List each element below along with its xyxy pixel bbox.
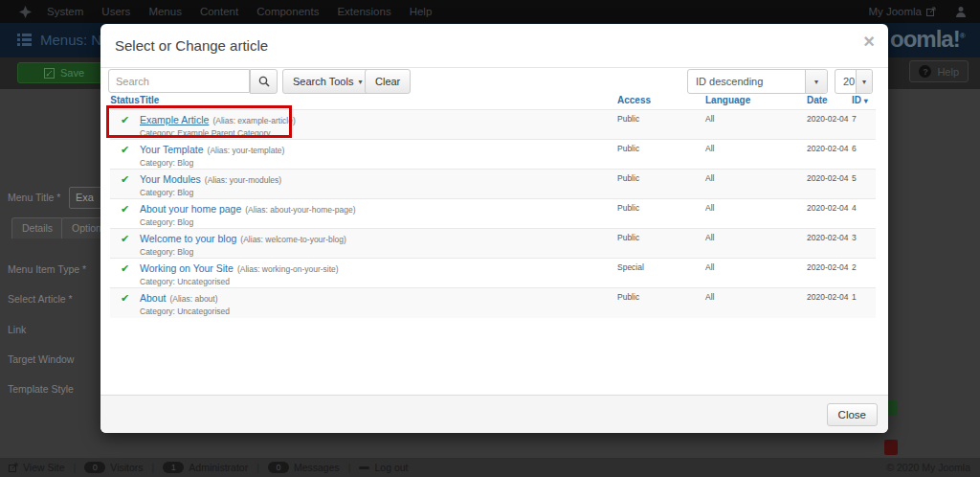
article-title-link[interactable]: About your home page [140, 203, 241, 215]
article-category: Category: Example Parent Category [140, 128, 617, 138]
messages-status[interactable]: 0 Messages [259, 462, 348, 473]
article-access: Public [617, 170, 705, 199]
help-button[interactable]: ? Help [909, 60, 969, 82]
list-limit-select[interactable]: 20 ▾ [835, 69, 873, 94]
article-id: 1 [852, 288, 876, 318]
search-input[interactable] [108, 69, 250, 93]
article-table-body: ✔ Example Article(Alias: example-article… [110, 110, 876, 318]
close-icon[interactable]: × [863, 32, 875, 51]
column-header-date[interactable]: Date [807, 94, 852, 110]
article-access: Special [617, 259, 705, 288]
article-title-link[interactable]: Example Article [140, 114, 209, 125]
sort-order-select[interactable]: ID descending ▾ [687, 69, 828, 94]
article-date: 2020-02-04 [807, 170, 852, 199]
article-category: Category: Blog [140, 158, 617, 168]
article-category: Category: Blog [140, 217, 617, 227]
nav-item-content[interactable]: Content [198, 6, 240, 17]
admin-count-badge: 1 [163, 462, 184, 473]
nav-item-system[interactable]: System [45, 6, 85, 17]
article-category: Category: Blog [140, 247, 617, 257]
article-date: 2020-02-04 [807, 229, 852, 259]
table-row: ✔ Welcome to your blog(Alias: welcome-to… [110, 229, 876, 259]
search-tools-button[interactable]: Search Tools ▾ [282, 69, 372, 94]
nav-item-menus[interactable]: Menus [146, 6, 184, 17]
logout-icon [359, 466, 369, 469]
template-style-label: Template Style [8, 383, 74, 395]
visitors-count-badge: 0 [84, 462, 105, 473]
article-access: Public [617, 229, 705, 259]
target-window-label: Target Window [8, 353, 74, 365]
article-language: All [705, 229, 807, 259]
article-title-link[interactable]: Your Template [140, 144, 204, 155]
published-check-icon: ✔ [121, 203, 129, 215]
article-title-link[interactable]: Working on Your Site [140, 262, 234, 274]
menus-icon [17, 34, 32, 46]
article-id: 2 [852, 259, 876, 288]
modal-footer: Close [100, 395, 888, 433]
admin-top-navbar: System Users Menus Content Components Ex… [0, 0, 980, 23]
article-id: 4 [852, 199, 876, 229]
view-site-status-link[interactable]: View Site [0, 462, 74, 473]
visitors-status[interactable]: 0 Visitors [76, 462, 151, 473]
select-article-label: Select Article * [8, 293, 73, 305]
clear-button[interactable]: Clear [365, 69, 411, 94]
column-header-language[interactable]: Language [705, 94, 807, 110]
close-button[interactable]: Close [827, 403, 878, 426]
article-language: All [705, 288, 807, 318]
column-header-access[interactable]: Access [617, 94, 705, 110]
logout-link[interactable]: Log out [350, 462, 416, 473]
external-link-icon [926, 7, 936, 16]
clear-button-fragment[interactable] [884, 440, 898, 455]
search-icon [258, 76, 270, 87]
table-row: ✔ Your Modules(Alias: your-modules) Cate… [110, 170, 876, 199]
table-row: ✔ Working on Your Site(Alias: working-on… [110, 259, 876, 288]
article-id: 3 [852, 229, 876, 259]
article-language: All [705, 110, 807, 140]
article-language: All [705, 170, 807, 199]
save-button[interactable]: Save [17, 62, 111, 83]
article-id: 5 [852, 170, 876, 199]
column-header-status[interactable]: Status [110, 94, 140, 110]
article-access: Public [617, 288, 705, 318]
article-date: 2020-02-04 [807, 259, 852, 288]
save-icon [44, 68, 55, 79]
published-check-icon: ✔ [121, 262, 129, 274]
chevron-down-icon: ▾ [862, 78, 866, 86]
article-category: Category: Blog [140, 188, 617, 197]
article-alias: (Alias: working-on-your-site) [237, 264, 339, 274]
link-label: Link [8, 324, 26, 335]
modal-header: Select or Change article × [100, 24, 888, 68]
chevron-down-icon: ▾ [358, 78, 362, 86]
column-header-id[interactable]: ID ▾ [852, 94, 876, 110]
table-row: ✔ About your home page(Alias: about-your… [110, 199, 876, 229]
sort-descending-icon: ▾ [864, 97, 868, 105]
nav-item-components[interactable]: Components [255, 6, 321, 17]
article-title-link[interactable]: Your Modules [140, 173, 201, 185]
article-title-link[interactable]: About [140, 292, 166, 304]
administrator-status[interactable]: 1 Administrator [154, 462, 256, 473]
column-header-title[interactable]: Title [140, 94, 617, 110]
article-date: 2020-02-04 [807, 140, 852, 170]
published-check-icon: ✔ [121, 292, 129, 304]
chevron-down-icon: ▾ [814, 78, 818, 86]
tab-details[interactable]: Details [11, 217, 63, 238]
published-check-icon: ✔ [121, 114, 129, 125]
modal-title: Select or Change article [115, 37, 268, 54]
table-row: ✔ Your Template(Alias: your-template) Ca… [110, 140, 876, 170]
article-language: All [705, 199, 807, 229]
search-button[interactable] [250, 69, 278, 94]
view-site-link[interactable]: My Joomla [868, 6, 936, 17]
published-check-icon: ✔ [121, 173, 129, 185]
question-icon: ? [919, 65, 931, 78]
table-row: ✔ Example Article(Alias: example-article… [110, 110, 876, 140]
nav-item-help[interactable]: Help [408, 6, 434, 17]
nav-item-extensions[interactable]: Extensions [335, 6, 392, 17]
article-title-link[interactable]: Welcome to your blog [140, 233, 236, 244]
article-id: 6 [852, 140, 876, 170]
copyright-text: © 2020 My Joomla [886, 462, 970, 473]
article-access: Public [617, 140, 705, 170]
article-category: Category: Uncategorised [140, 307, 617, 316]
user-menu-icon[interactable] [955, 6, 967, 17]
article-alias: (Alias: welcome-to-your-blog) [240, 235, 346, 244]
nav-item-users[interactable]: Users [100, 6, 132, 17]
